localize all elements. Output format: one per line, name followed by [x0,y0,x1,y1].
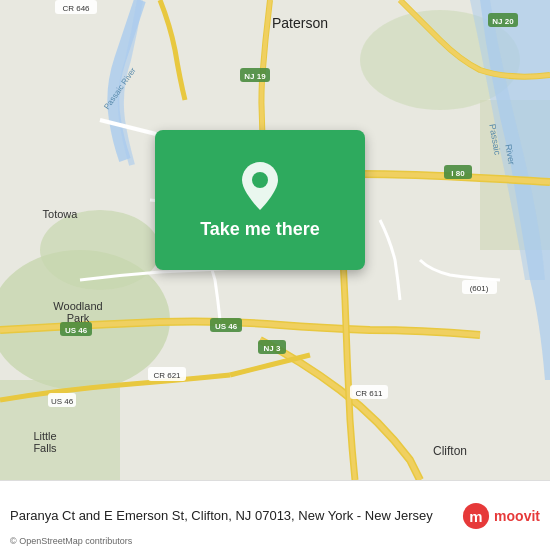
address-label: Paranya Ct and E Emerson St, Clifton, NJ… [10,508,433,523]
svg-text:Park: Park [67,312,90,324]
take-me-there-button-label: Take me there [200,219,320,240]
svg-text:Totowa: Totowa [43,208,79,220]
svg-text:US 46: US 46 [51,397,74,406]
location-pin-icon [235,161,285,211]
moovit-logo: m moovit [462,502,540,530]
svg-text:US 46: US 46 [65,326,88,335]
moovit-brand-label: moovit [494,508,540,524]
svg-text:US 46: US 46 [215,322,238,331]
svg-text:m: m [469,507,482,524]
copyright-label: © OpenStreetMap contributors [10,536,132,546]
svg-text:CR 646: CR 646 [62,4,90,13]
svg-text:I 80: I 80 [451,169,465,178]
svg-text:Woodland: Woodland [53,300,102,312]
svg-text:NJ 3: NJ 3 [264,344,281,353]
svg-text:NJ 20: NJ 20 [492,17,514,26]
action-card[interactable]: Take me there [155,130,365,270]
svg-text:Paterson: Paterson [272,15,328,31]
svg-text:CR 611: CR 611 [355,389,383,398]
svg-text:Little: Little [33,430,56,442]
moovit-icon: m [462,502,490,530]
svg-text:(601): (601) [470,284,489,293]
svg-text:NJ 19: NJ 19 [244,72,266,81]
info-bar: Paranya Ct and E Emerson St, Clifton, NJ… [0,480,550,550]
map-container: CR 646 NJ 19 NJ 20 I 80 US 46 US 46 GSP … [0,0,550,480]
svg-text:Clifton: Clifton [433,444,467,458]
svg-text:CR 621: CR 621 [153,371,181,380]
svg-text:Falls: Falls [33,442,57,454]
svg-point-42 [252,172,268,188]
